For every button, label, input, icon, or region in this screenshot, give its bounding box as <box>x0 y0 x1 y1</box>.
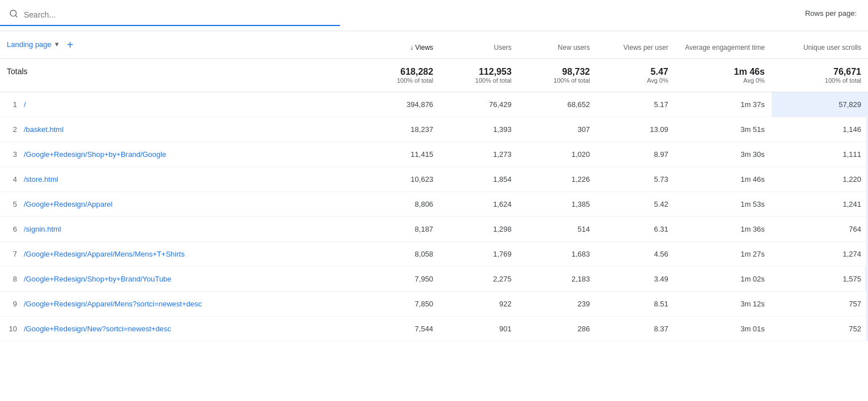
table-row: 2 /basket.html 18,237 1,393 307 13.09 3m… <box>0 117 868 142</box>
col-header-avg-engagement[interactable]: Average engagement time <box>675 31 772 59</box>
table-row: 1 / 394,876 76,429 68,652 5.17 1m 37s 57… <box>0 92 868 117</box>
page-link[interactable]: /Google+Redesign/New?sortci=newest+desc <box>24 325 171 333</box>
totals-views: 618,282 100% of total <box>362 59 440 92</box>
row-unique-scrolls: 57,829 <box>772 92 868 117</box>
row-users: 901 <box>440 317 518 342</box>
row-users: 1,624 <box>440 192 518 217</box>
row-views-per-user: 5.17 <box>597 92 675 117</box>
row-views-per-user: 5.42 <box>597 192 675 217</box>
row-avg-engagement: 1m 37s <box>675 92 772 117</box>
row-unique-scrolls: 752 <box>772 317 868 342</box>
row-new-users: 1,020 <box>518 142 596 167</box>
add-column-button[interactable]: + <box>67 37 74 53</box>
row-landing-cell: 1 / <box>0 92 362 117</box>
page-link[interactable]: /basket.html <box>24 125 63 134</box>
row-number: 4 <box>7 175 24 184</box>
row-users: 1,393 <box>440 117 518 142</box>
row-users: 1,273 <box>440 142 518 167</box>
row-landing-cell: 10 /Google+Redesign/New?sortci=newest+de… <box>0 317 362 342</box>
totals-avg-engagement: 1m 46s Avg 0% <box>675 59 772 92</box>
row-avg-engagement: 1m 53s <box>675 192 772 217</box>
page-link[interactable]: /signin.html <box>24 225 61 233</box>
table-row: 7 /Google+Redesign/Apparel/Mens/Mens+T+S… <box>0 242 868 267</box>
row-views-per-user: 6.31 <box>597 217 675 242</box>
col-header-views[interactable]: ↓ Views <box>362 31 440 59</box>
totals-row: Totals 618,282 100% of total 112,953 100… <box>0 59 868 92</box>
row-landing-cell: 4 /store.html <box>0 167 362 192</box>
row-unique-scrolls: 1,241 <box>772 192 868 217</box>
table-wrapper: Landing page ▼ + ↓ Views Users New users <box>0 31 868 342</box>
row-number: 7 <box>7 250 24 258</box>
row-avg-engagement: 1m 36s <box>675 217 772 242</box>
table-row: 10 /Google+Redesign/New?sortci=newest+de… <box>0 317 868 342</box>
page-link[interactable]: /store.html <box>24 175 58 184</box>
col-header-landing[interactable]: Landing page ▼ + <box>0 31 362 59</box>
row-number: 3 <box>7 150 24 159</box>
row-unique-scrolls: 1,575 <box>772 267 868 292</box>
main-container: Rows per page: Landing page ▼ + ↓ Views <box>0 0 868 342</box>
row-avg-engagement: 3m 12s <box>675 292 772 317</box>
row-unique-scrolls: 764 <box>772 217 868 242</box>
row-new-users: 1,226 <box>518 167 596 192</box>
row-landing-cell: 6 /signin.html <box>0 217 362 242</box>
row-landing-cell: 8 /Google+Redesign/Shop+by+Brand/YouTube <box>0 267 362 292</box>
col-header-users[interactable]: Users <box>440 31 518 59</box>
row-landing-cell: 5 /Google+Redesign/Apparel <box>0 192 362 217</box>
row-landing-cell: 9 /Google+Redesign/Apparel/Mens?sortci=n… <box>0 292 362 317</box>
row-new-users: 286 <box>518 317 596 342</box>
row-landing-cell: 7 /Google+Redesign/Apparel/Mens/Mens+T+S… <box>0 242 362 267</box>
rows-per-page-label: Rows per page: <box>805 9 857 18</box>
row-views: 7,850 <box>362 292 440 317</box>
row-number: 8 <box>7 275 24 283</box>
table-row: 9 /Google+Redesign/Apparel/Mens?sortci=n… <box>0 292 868 317</box>
row-users: 1,298 <box>440 217 518 242</box>
page-link[interactable]: / <box>24 100 26 109</box>
search-input[interactable] <box>24 10 331 19</box>
row-views-per-user: 8.37 <box>597 317 675 342</box>
col-header-views-per-user[interactable]: Views per user <box>597 31 675 59</box>
row-users: 922 <box>440 292 518 317</box>
row-avg-engagement: 1m 46s <box>675 167 772 192</box>
row-number: 6 <box>7 225 24 233</box>
row-views-per-user: 5.73 <box>597 167 675 192</box>
page-link[interactable]: /Google+Redesign/Apparel/Mens?sortci=new… <box>24 300 202 308</box>
row-views: 11,415 <box>362 142 440 167</box>
totals-unique-scrolls: 76,671 100% of total <box>772 59 868 92</box>
row-new-users: 514 <box>518 217 596 242</box>
col-header-new-users[interactable]: New users <box>518 31 596 59</box>
row-landing-cell: 2 /basket.html <box>0 117 362 142</box>
page-link[interactable]: /Google+Redesign/Shop+by+Brand/Google <box>24 150 166 159</box>
search-icon <box>9 9 18 20</box>
row-views-per-user: 4.56 <box>597 242 675 267</box>
row-views: 18,237 <box>362 117 440 142</box>
table-header-row: Landing page ▼ + ↓ Views Users New users <box>0 31 868 59</box>
search-bar[interactable] <box>0 5 340 26</box>
table-row: 5 /Google+Redesign/Apparel 8,806 1,624 1… <box>0 192 868 217</box>
row-avg-engagement: 3m 01s <box>675 317 772 342</box>
col-header-unique-scrolls[interactable]: Unique user scrolls <box>772 31 868 59</box>
totals-views-per-user: 5.47 Avg 0% <box>597 59 675 92</box>
row-users: 76,429 <box>440 92 518 117</box>
header-top-wrapper: Rows per page: <box>0 0 868 31</box>
row-views: 7,544 <box>362 317 440 342</box>
row-avg-engagement: 3m 30s <box>675 142 772 167</box>
row-unique-scrolls: 1,111 <box>772 142 868 167</box>
page-link[interactable]: /Google+Redesign/Shop+by+Brand/YouTube <box>24 275 171 283</box>
row-users: 1,854 <box>440 167 518 192</box>
table-row: 6 /signin.html 8,187 1,298 514 6.31 1m 3… <box>0 217 868 242</box>
row-landing-cell: 3 /Google+Redesign/Shop+by+Brand/Google <box>0 142 362 167</box>
totals-new-users: 98,732 100% of total <box>518 59 596 92</box>
row-views-per-user: 8.97 <box>597 142 675 167</box>
row-views-per-user: 8.51 <box>597 292 675 317</box>
row-views: 8,806 <box>362 192 440 217</box>
totals-users: 112,953 100% of total <box>440 59 518 92</box>
page-link[interactable]: /Google+Redesign/Apparel <box>24 200 112 208</box>
row-new-users: 1,385 <box>518 192 596 217</box>
row-views: 8,058 <box>362 242 440 267</box>
row-avg-engagement: 1m 02s <box>675 267 772 292</box>
row-new-users: 2,183 <box>518 267 596 292</box>
row-number: 5 <box>7 200 24 208</box>
row-users: 1,769 <box>440 242 518 267</box>
page-link[interactable]: /Google+Redesign/Apparel/Mens/Mens+T+Shi… <box>24 250 185 258</box>
row-new-users: 239 <box>518 292 596 317</box>
